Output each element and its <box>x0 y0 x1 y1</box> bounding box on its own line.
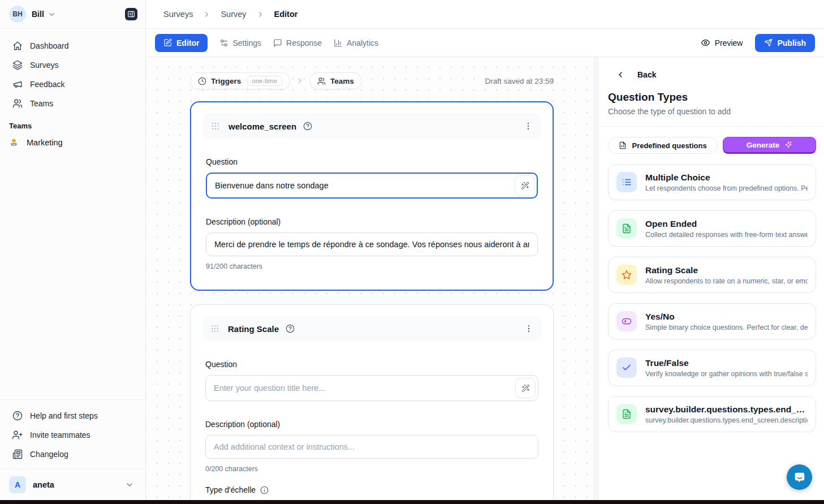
toggle-icon <box>616 311 637 331</box>
sidebar-item-marketing[interactable]: Marketing <box>0 133 145 151</box>
type-title: True/False <box>645 358 808 368</box>
technologist-emoji-icon <box>9 137 19 147</box>
tab-label: Editor <box>176 38 199 48</box>
teams-pill-label: Teams <box>330 77 354 85</box>
magic-wand-button[interactable] <box>515 378 536 398</box>
magic-wand-button[interactable] <box>515 175 535 196</box>
survey-editor-canvas: Triggers one-time Teams Draft saved at 2… <box>146 57 598 500</box>
collapse-sidebar-button[interactable] <box>125 8 137 20</box>
chat-launcher-button[interactable] <box>787 464 812 490</box>
newspaper-icon <box>12 449 23 459</box>
file-text-icon <box>616 404 637 424</box>
sidebar-item-changelog[interactable]: Changelog <box>7 445 139 463</box>
card-title: Rating Scale <box>228 324 279 334</box>
sidebar-nav: Dashboard Surveys Feedback Teams <box>0 29 145 114</box>
chevron-right-icon <box>256 10 265 19</box>
question-type-rating-scale[interactable]: Rating Scale Allow respondents to rate o… <box>608 257 816 293</box>
canvas-scrollbar[interactable] <box>594 57 598 500</box>
sidebar-item-label: Feedback <box>30 80 64 89</box>
sidebar-footer: Help and first steps Invite teammates Ch… <box>0 399 145 469</box>
question-label: Question <box>206 157 538 166</box>
layers-icon <box>12 60 23 70</box>
tab-editor[interactable]: Editor <box>155 34 208 52</box>
users-icon <box>317 77 326 85</box>
tab-label: Settings <box>232 38 261 48</box>
sidebar-item-label: Changelog <box>30 450 68 459</box>
toolbar: Editor Settings Response Analytics Previ… <box>146 29 824 57</box>
question-label: Question <box>205 360 538 369</box>
divider <box>598 126 824 127</box>
type-title: Yes/No <box>645 312 808 322</box>
predefined-questions-label: Predefined questions <box>632 141 706 150</box>
tab-analytics[interactable]: Analytics <box>334 38 378 48</box>
sidebar-item-dashboard[interactable]: Dashboard <box>7 37 139 55</box>
teams-section-label: Teams <box>0 114 145 133</box>
question-type-multiple-choice[interactable]: Multiple Choice Let respondents choose f… <box>608 164 816 200</box>
question-card-welcome-screen[interactable]: welcome_screen Question Description (opt… <box>190 101 554 291</box>
message-square-icon <box>273 38 282 48</box>
help-circle-icon[interactable] <box>303 122 312 131</box>
description-input[interactable] <box>205 435 538 459</box>
chevron-left-icon <box>616 70 625 79</box>
tab-response[interactable]: Response <box>273 38 322 48</box>
tab-label: Analytics <box>347 38 378 48</box>
drag-handle-icon[interactable] <box>211 122 220 131</box>
send-icon <box>764 38 773 47</box>
chevron-right-icon <box>202 10 211 19</box>
breadcrumb: Surveys Survey Editor <box>146 0 824 29</box>
question-card-rating-scale[interactable]: Rating Scale Question Description (optio… <box>190 304 554 500</box>
char-count: 91/200 characters <box>206 262 538 270</box>
drag-handle-icon[interactable] <box>210 324 219 333</box>
triggers-pill[interactable]: Triggers one-time <box>190 72 290 89</box>
org-switcher[interactable]: A aneta <box>0 469 145 500</box>
user-avatar[interactable]: BH <box>9 6 26 23</box>
question-type-end-screen[interactable]: survey.builder.questions.types.end_scr..… <box>608 396 816 432</box>
list-icon <box>616 172 637 192</box>
info-icon[interactable] <box>260 486 269 494</box>
triggers-label: Triggers <box>211 77 241 85</box>
question-input[interactable] <box>206 173 538 199</box>
scale-type-label: Type d'échelle <box>205 485 256 494</box>
help-circle-icon[interactable] <box>286 324 295 333</box>
star-icon <box>616 265 637 285</box>
question-input[interactable] <box>205 375 538 401</box>
question-type-true-false[interactable]: True/False Verify knowledge or gather op… <box>608 350 816 386</box>
sidebar-item-label: Teams <box>30 99 53 108</box>
check-icon <box>616 357 637 378</box>
chevron-down-icon[interactable] <box>48 10 56 19</box>
publish-button[interactable]: Publish <box>755 34 815 52</box>
question-type-yes-no[interactable]: Yes/No Simple binary choice questions. P… <box>608 303 816 339</box>
breadcrumb-surveys[interactable]: Surveys <box>163 10 193 19</box>
teams-pill[interactable]: Teams <box>309 72 362 89</box>
back-button[interactable]: Back <box>608 70 816 79</box>
generate-button[interactable]: Generate <box>723 137 816 154</box>
description-label: Description (optional) <box>206 217 538 226</box>
card-menu-icon[interactable] <box>524 324 533 333</box>
type-title: Rating Scale <box>645 265 808 275</box>
user-name[interactable]: Bill <box>32 10 44 19</box>
sidebar-item-feedback[interactable]: Feedback <box>7 75 139 93</box>
draft-status: Draft saved at 23:59 <box>485 77 554 85</box>
sidebar-item-invite[interactable]: Invite teammates <box>7 426 139 444</box>
sidebar-item-surveys[interactable]: Surveys <box>7 56 139 74</box>
type-description: survey.builder.questions.types.end_scree… <box>645 416 808 424</box>
breadcrumb-survey[interactable]: Survey <box>221 10 246 19</box>
chevron-down-icon <box>125 480 134 489</box>
back-label: Back <box>637 70 656 79</box>
tab-settings[interactable]: Settings <box>219 38 261 48</box>
sidebar-header: BH Bill <box>0 0 145 29</box>
megaphone-icon <box>12 79 23 89</box>
chevron-right-icon <box>296 77 304 85</box>
description-input[interactable] <box>206 232 538 256</box>
team-label: Marketing <box>27 138 63 147</box>
eye-icon <box>701 38 710 48</box>
sidebar-item-help[interactable]: Help and first steps <box>7 407 139 425</box>
preview-button[interactable]: Preview <box>701 38 743 48</box>
breadcrumb-editor: Editor <box>274 10 298 19</box>
tab-label: Response <box>286 38 322 48</box>
question-type-open-ended[interactable]: Open Ended Collect detailed responses wi… <box>608 210 816 247</box>
card-menu-icon[interactable] <box>524 122 533 131</box>
sidebar-item-teams[interactable]: Teams <box>7 94 139 113</box>
predefined-questions-button[interactable]: Predefined questions <box>608 137 718 154</box>
question-types-panel: Back Question Types Choose the type of q… <box>598 57 824 500</box>
